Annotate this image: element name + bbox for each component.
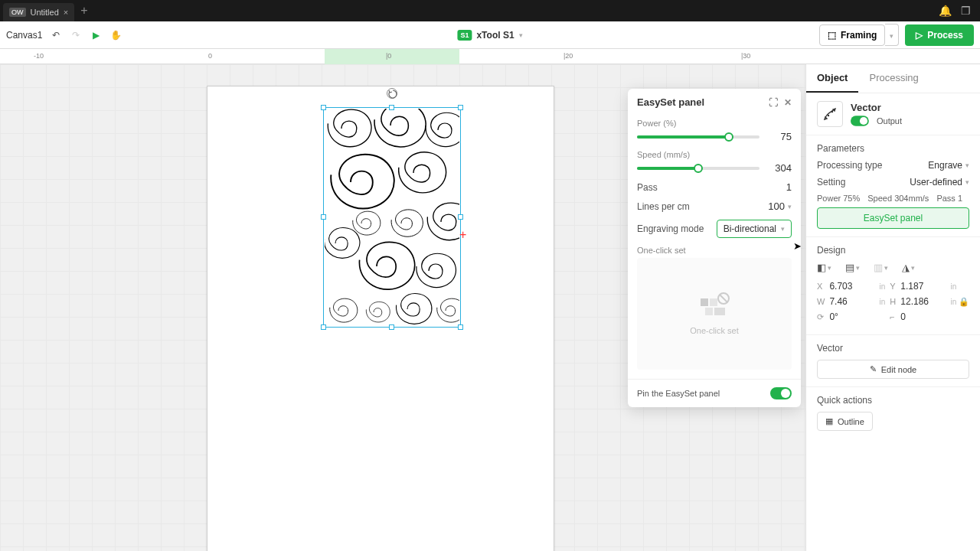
quick-actions-heading: Quick actions (817, 395, 969, 406)
properties-sidebar: Object Processing Vector Output Paramete… (805, 64, 980, 551)
pin-toggle[interactable] (770, 387, 792, 399)
tab-badge: OW (9, 8, 26, 17)
svg-line-5 (720, 295, 727, 302)
processing-type-select[interactable]: Engrave▾ (928, 160, 969, 171)
y-input[interactable]: 1.187 (900, 281, 946, 292)
framing-icon: ⬚ (828, 30, 836, 41)
toolbar: Canvas1 ↶ ↷ ▶ ✋ S1 xTool S1 ▾ ⬚ Framing … (0, 21, 980, 49)
oneclick-label: One-click set (637, 246, 792, 255)
summary-pass: Pass 1 (936, 194, 962, 203)
tab-object[interactable]: Object (806, 64, 858, 93)
windows-icon[interactable]: ❐ (961, 5, 971, 17)
power-value[interactable]: 75 (767, 131, 792, 142)
resize-handle-nw[interactable] (321, 105, 326, 110)
edit-node-button[interactable]: ✎ Edit node (817, 360, 969, 379)
device-badge: S1 (457, 30, 472, 41)
chevron-down-icon: ▾ (788, 203, 792, 210)
power-label: Power (%) (637, 119, 792, 128)
resize-handle-s[interactable] (389, 324, 394, 330)
parameters-heading: Parameters (817, 143, 969, 154)
setting-label: Setting (817, 177, 845, 187)
tab-bar: OW Untitled × + 🔔 ❐ (0, 0, 980, 21)
speed-slider[interactable] (637, 167, 760, 170)
resize-handle-n[interactable] (389, 105, 394, 110)
device-selector[interactable]: S1 xTool S1 ▾ (457, 30, 522, 41)
svg-rect-3 (714, 308, 725, 315)
framing-button[interactable]: ⬚ Framing (819, 24, 885, 46)
cursor-icon: ➤ (793, 240, 802, 252)
x-input[interactable]: 6.703 (829, 281, 874, 292)
selection-box[interactable] (323, 107, 461, 328)
svg-rect-0 (701, 298, 708, 306)
arrange-button[interactable]: ◧▾ (817, 262, 831, 273)
setting-select[interactable]: User-defined▾ (910, 177, 969, 187)
process-button[interactable]: ▷ Process (905, 24, 974, 46)
chevron-down-icon: ▾ (781, 225, 785, 233)
summary-speed: Speed 304mm/s (867, 194, 929, 203)
object-type-icon (817, 101, 843, 127)
svg-point-6 (828, 115, 829, 116)
rotation-input[interactable]: 0° (829, 311, 874, 322)
play-icon: ▷ (916, 30, 923, 41)
svg-rect-2 (705, 308, 713, 315)
notifications-icon[interactable]: 🔔 (939, 5, 952, 17)
redo-icon[interactable]: ↷ (70, 29, 82, 41)
corner-radius-icon: ⌐ (890, 312, 896, 321)
pass-label: Pass (637, 182, 658, 193)
canvas-name[interactable]: Canvas1 (6, 30, 42, 41)
pin-label: Pin the EasySet panel (637, 389, 720, 398)
close-icon[interactable]: ✕ (784, 97, 792, 108)
framing-dropdown[interactable]: ▾ (885, 24, 899, 46)
rotate-handle[interactable] (387, 88, 397, 99)
device-name: xTool S1 (476, 30, 514, 41)
svg-point-7 (831, 111, 833, 112)
edit-node-icon: ✎ (870, 364, 877, 374)
resize-handle-se[interactable] (458, 324, 463, 330)
speed-label: Speed (mm/s) (637, 150, 792, 159)
easyset-panel-button[interactable]: EasySet panel (817, 207, 969, 229)
canvas[interactable]: + EasySet panel ⛶ ✕ Power (%) 75 (0, 64, 805, 551)
oneclick-dropzone[interactable]: One-click set (637, 258, 792, 370)
output-toggle[interactable] (851, 116, 869, 126)
resize-handle-e[interactable] (458, 214, 463, 220)
lines-value[interactable]: 100 ▾ (768, 201, 792, 212)
easyset-panel: EasySet panel ⛶ ✕ Power (%) 75 (628, 89, 801, 407)
close-tab-icon[interactable]: × (64, 8, 68, 17)
summary-power: Power 75% (817, 194, 860, 203)
object-type-title: Vector (851, 102, 902, 113)
w-input[interactable]: 7.46 (829, 296, 874, 307)
outline-button[interactable]: ▦ Outline (817, 412, 873, 431)
power-slider[interactable] (637, 135, 760, 139)
engraving-mode-select[interactable]: Bi-directional ▾ (717, 220, 792, 238)
processing-type-label: Processing type (817, 160, 882, 171)
pass-value[interactable]: 1 (786, 181, 792, 193)
engraving-mode-label: Engraving mode (637, 223, 704, 234)
document-tab[interactable]: OW Untitled × (3, 3, 74, 21)
resize-handle-w[interactable] (321, 214, 326, 220)
oneclick-placeholder: One-click set (690, 326, 739, 335)
outline-icon: ▦ (825, 416, 833, 426)
undo-icon[interactable]: ↶ (50, 29, 62, 41)
rotation-icon: ⟳ (817, 312, 825, 322)
resize-handle-sw[interactable] (321, 324, 326, 330)
tab-processing[interactable]: Processing (858, 64, 929, 93)
chevron-down-icon: ▾ (519, 31, 523, 39)
new-tab-button[interactable]: + (80, 4, 87, 18)
h-input[interactable]: 12.186 (900, 296, 946, 307)
lock-aspect-icon[interactable]: 🔒 (959, 297, 969, 306)
expand-icon[interactable]: ⛶ (769, 97, 778, 108)
vector-heading: Vector (817, 343, 969, 354)
origin-marker: + (459, 228, 466, 242)
play-icon[interactable]: ▶ (90, 29, 102, 41)
distribute-button[interactable]: ▥▾ (874, 262, 888, 273)
hand-tool-icon[interactable]: ✋ (109, 29, 122, 41)
align-button[interactable]: ▤▾ (845, 262, 860, 273)
svg-rect-1 (710, 298, 717, 306)
output-label: Output (877, 116, 902, 126)
corner-input[interactable]: 0 (900, 311, 946, 322)
flip-button[interactable]: ◮▾ (902, 262, 915, 273)
resize-handle-ne[interactable] (458, 105, 463, 110)
easyset-title: EasySet panel (637, 96, 704, 108)
speed-value[interactable]: 304 (767, 162, 792, 174)
design-heading: Design (817, 245, 969, 256)
